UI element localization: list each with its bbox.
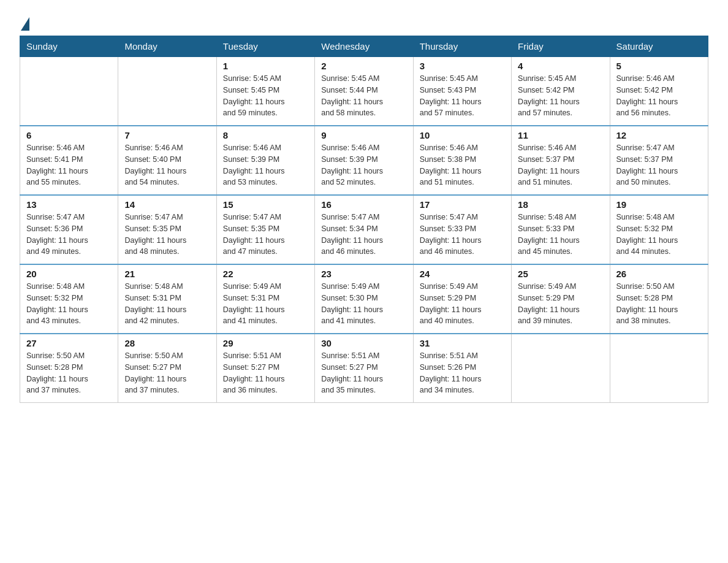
calendar-cell: 17Sunrise: 5:47 AM Sunset: 5:33 PM Dayli… bbox=[413, 195, 511, 264]
calendar-cell: 4Sunrise: 5:45 AM Sunset: 5:42 PM Daylig… bbox=[512, 57, 610, 126]
calendar-header-row: SundayMondayTuesdayWednesdayThursdayFrid… bbox=[20, 36, 708, 57]
day-info-text: Sunrise: 5:49 AM Sunset: 5:30 PM Dayligh… bbox=[321, 281, 406, 327]
calendar-cell bbox=[610, 334, 708, 403]
day-number: 22 bbox=[223, 269, 308, 279]
day-info-text: Sunrise: 5:50 AM Sunset: 5:27 PM Dayligh… bbox=[124, 350, 210, 396]
calendar-week-row: 1Sunrise: 5:45 AM Sunset: 5:45 PM Daylig… bbox=[20, 57, 708, 126]
calendar-cell: 2Sunrise: 5:45 AM Sunset: 5:44 PM Daylig… bbox=[315, 57, 413, 126]
day-info-text: Sunrise: 5:50 AM Sunset: 5:28 PM Dayligh… bbox=[616, 281, 702, 327]
calendar-cell: 16Sunrise: 5:47 AM Sunset: 5:34 PM Dayli… bbox=[315, 195, 413, 264]
calendar-cell: 27Sunrise: 5:50 AM Sunset: 5:28 PM Dayli… bbox=[20, 334, 118, 403]
day-number: 24 bbox=[420, 269, 505, 279]
calendar-cell: 21Sunrise: 5:48 AM Sunset: 5:31 PM Dayli… bbox=[118, 264, 216, 334]
calendar-week-row: 20Sunrise: 5:48 AM Sunset: 5:32 PM Dayli… bbox=[20, 264, 708, 334]
day-info-text: Sunrise: 5:49 AM Sunset: 5:29 PM Dayligh… bbox=[420, 281, 505, 327]
logo-triangle-icon bbox=[21, 17, 29, 31]
calendar-cell: 7Sunrise: 5:46 AM Sunset: 5:40 PM Daylig… bbox=[118, 126, 216, 195]
calendar-cell: 28Sunrise: 5:50 AM Sunset: 5:27 PM Dayli… bbox=[118, 334, 216, 403]
calendar-cell: 30Sunrise: 5:51 AM Sunset: 5:27 PM Dayli… bbox=[315, 334, 413, 403]
day-info-text: Sunrise: 5:50 AM Sunset: 5:28 PM Dayligh… bbox=[26, 350, 112, 396]
calendar-cell: 24Sunrise: 5:49 AM Sunset: 5:29 PM Dayli… bbox=[413, 264, 511, 334]
day-info-text: Sunrise: 5:51 AM Sunset: 5:26 PM Dayligh… bbox=[420, 350, 505, 396]
calendar-table: SundayMondayTuesdayWednesdayThursdayFrid… bbox=[20, 36, 708, 403]
day-info-text: Sunrise: 5:46 AM Sunset: 5:37 PM Dayligh… bbox=[518, 142, 603, 188]
day-info-text: Sunrise: 5:47 AM Sunset: 5:35 PM Dayligh… bbox=[124, 212, 210, 258]
calendar-cell: 5Sunrise: 5:46 AM Sunset: 5:42 PM Daylig… bbox=[610, 57, 708, 126]
day-info-text: Sunrise: 5:45 AM Sunset: 5:43 PM Dayligh… bbox=[420, 73, 505, 119]
calendar-cell: 10Sunrise: 5:46 AM Sunset: 5:38 PM Dayli… bbox=[413, 126, 511, 195]
day-info-text: Sunrise: 5:46 AM Sunset: 5:41 PM Dayligh… bbox=[26, 142, 112, 188]
calendar-cell: 26Sunrise: 5:50 AM Sunset: 5:28 PM Dayli… bbox=[610, 264, 708, 334]
day-info-text: Sunrise: 5:47 AM Sunset: 5:33 PM Dayligh… bbox=[420, 212, 505, 258]
day-info-text: Sunrise: 5:51 AM Sunset: 5:27 PM Dayligh… bbox=[223, 350, 308, 396]
calendar-cell: 14Sunrise: 5:47 AM Sunset: 5:35 PM Dayli… bbox=[118, 195, 216, 264]
day-number: 11 bbox=[518, 130, 603, 140]
day-number: 23 bbox=[321, 269, 406, 279]
day-info-text: Sunrise: 5:46 AM Sunset: 5:42 PM Dayligh… bbox=[616, 73, 702, 119]
day-number: 1 bbox=[223, 61, 308, 71]
calendar-cell: 12Sunrise: 5:47 AM Sunset: 5:37 PM Dayli… bbox=[610, 126, 708, 195]
calendar-cell: 25Sunrise: 5:49 AM Sunset: 5:29 PM Dayli… bbox=[512, 264, 610, 334]
calendar-week-row: 13Sunrise: 5:47 AM Sunset: 5:36 PM Dayli… bbox=[20, 195, 708, 264]
day-number: 5 bbox=[616, 61, 702, 71]
day-number: 2 bbox=[321, 61, 406, 71]
day-info-text: Sunrise: 5:47 AM Sunset: 5:34 PM Dayligh… bbox=[321, 212, 406, 258]
day-info-text: Sunrise: 5:47 AM Sunset: 5:36 PM Dayligh… bbox=[26, 212, 112, 258]
calendar-cell: 6Sunrise: 5:46 AM Sunset: 5:41 PM Daylig… bbox=[20, 126, 118, 195]
day-number: 29 bbox=[223, 338, 308, 348]
day-number: 8 bbox=[223, 130, 308, 140]
day-number: 31 bbox=[420, 338, 505, 348]
day-number: 28 bbox=[124, 338, 210, 348]
day-of-week-header: Monday bbox=[118, 36, 216, 57]
day-number: 30 bbox=[321, 338, 406, 348]
day-number: 3 bbox=[420, 61, 505, 71]
day-info-text: Sunrise: 5:45 AM Sunset: 5:45 PM Dayligh… bbox=[223, 73, 308, 119]
day-info-text: Sunrise: 5:48 AM Sunset: 5:32 PM Dayligh… bbox=[26, 281, 112, 327]
day-info-text: Sunrise: 5:47 AM Sunset: 5:37 PM Dayligh… bbox=[616, 142, 702, 188]
calendar-cell: 18Sunrise: 5:48 AM Sunset: 5:33 PM Dayli… bbox=[512, 195, 610, 264]
calendar-week-row: 27Sunrise: 5:50 AM Sunset: 5:28 PM Dayli… bbox=[20, 334, 708, 403]
day-info-text: Sunrise: 5:47 AM Sunset: 5:35 PM Dayligh… bbox=[223, 212, 308, 258]
day-info-text: Sunrise: 5:46 AM Sunset: 5:40 PM Dayligh… bbox=[124, 142, 210, 188]
calendar-cell: 9Sunrise: 5:46 AM Sunset: 5:39 PM Daylig… bbox=[315, 126, 413, 195]
day-of-week-header: Tuesday bbox=[216, 36, 314, 57]
calendar-cell bbox=[118, 57, 216, 126]
day-number: 16 bbox=[321, 199, 406, 210]
calendar-week-row: 6Sunrise: 5:46 AM Sunset: 5:41 PM Daylig… bbox=[20, 126, 708, 195]
day-number: 4 bbox=[518, 61, 603, 71]
day-of-week-header: Friday bbox=[512, 36, 610, 57]
calendar-cell: 3Sunrise: 5:45 AM Sunset: 5:43 PM Daylig… bbox=[413, 57, 511, 126]
calendar-cell: 1Sunrise: 5:45 AM Sunset: 5:45 PM Daylig… bbox=[216, 57, 314, 126]
calendar-cell: 11Sunrise: 5:46 AM Sunset: 5:37 PM Dayli… bbox=[512, 126, 610, 195]
day-number: 13 bbox=[26, 199, 112, 210]
day-number: 9 bbox=[321, 130, 406, 140]
day-number: 12 bbox=[616, 130, 702, 140]
day-number: 21 bbox=[124, 269, 210, 279]
day-number: 27 bbox=[26, 338, 112, 348]
day-of-week-header: Saturday bbox=[610, 36, 708, 57]
day-number: 7 bbox=[124, 130, 210, 140]
day-info-text: Sunrise: 5:51 AM Sunset: 5:27 PM Dayligh… bbox=[321, 350, 406, 396]
day-number: 15 bbox=[223, 199, 308, 210]
day-of-week-header: Sunday bbox=[20, 36, 118, 57]
calendar-cell: 15Sunrise: 5:47 AM Sunset: 5:35 PM Dayli… bbox=[216, 195, 314, 264]
header bbox=[20, 15, 708, 29]
day-info-text: Sunrise: 5:45 AM Sunset: 5:44 PM Dayligh… bbox=[321, 73, 406, 119]
day-info-text: Sunrise: 5:49 AM Sunset: 5:31 PM Dayligh… bbox=[223, 281, 308, 327]
calendar-cell: 22Sunrise: 5:49 AM Sunset: 5:31 PM Dayli… bbox=[216, 264, 314, 334]
logo bbox=[20, 15, 29, 29]
day-number: 26 bbox=[616, 269, 702, 279]
calendar-cell: 19Sunrise: 5:48 AM Sunset: 5:32 PM Dayli… bbox=[610, 195, 708, 264]
day-info-text: Sunrise: 5:46 AM Sunset: 5:38 PM Dayligh… bbox=[420, 142, 505, 188]
calendar-cell: 29Sunrise: 5:51 AM Sunset: 5:27 PM Dayli… bbox=[216, 334, 314, 403]
day-info-text: Sunrise: 5:46 AM Sunset: 5:39 PM Dayligh… bbox=[223, 142, 308, 188]
calendar-cell: 20Sunrise: 5:48 AM Sunset: 5:32 PM Dayli… bbox=[20, 264, 118, 334]
day-info-text: Sunrise: 5:49 AM Sunset: 5:29 PM Dayligh… bbox=[518, 281, 603, 327]
day-of-week-header: Wednesday bbox=[315, 36, 413, 57]
calendar-cell: 8Sunrise: 5:46 AM Sunset: 5:39 PM Daylig… bbox=[216, 126, 314, 195]
day-number: 14 bbox=[124, 199, 210, 210]
day-number: 17 bbox=[420, 199, 505, 210]
day-of-week-header: Thursday bbox=[413, 36, 511, 57]
day-info-text: Sunrise: 5:48 AM Sunset: 5:33 PM Dayligh… bbox=[518, 212, 603, 258]
day-number: 6 bbox=[26, 130, 112, 140]
